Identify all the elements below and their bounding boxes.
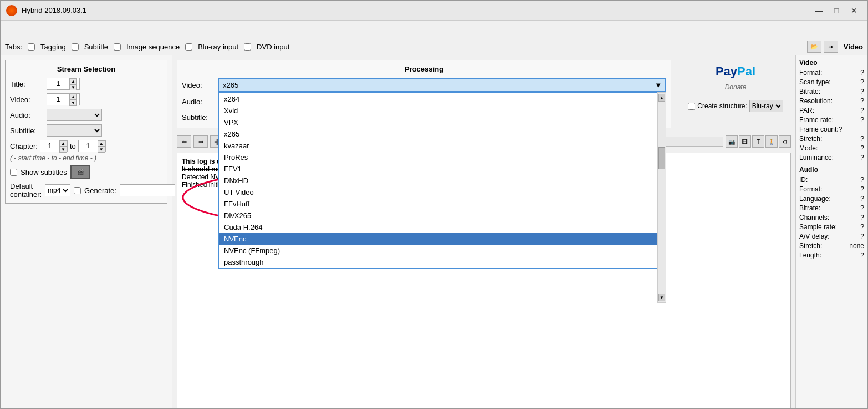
dvd-input-checkbox[interactable] xyxy=(244,43,251,51)
arrow-back-icon[interactable]: ⇐ xyxy=(177,135,191,148)
rp-avdelay-label: A/V delay: xyxy=(799,233,830,240)
close-button[interactable]: ✕ xyxy=(846,4,862,17)
chapter-to-input[interactable] xyxy=(79,140,98,152)
generate-input[interactable] xyxy=(120,184,175,196)
bluray-input-checkbox[interactable] xyxy=(185,43,192,51)
title-label: Title: xyxy=(10,80,43,88)
film-strip-icon[interactable]: 🎞 xyxy=(739,135,751,148)
rp-channels-value: ? xyxy=(860,214,864,221)
image-seq-checkbox[interactable] xyxy=(114,43,121,51)
film-icon: 🎬 xyxy=(70,165,90,179)
arrow-fwd-icon[interactable]: ⇒ xyxy=(193,135,208,148)
rp-samplerate-label: Sample rate: xyxy=(799,223,837,231)
subtitle-combo[interactable] xyxy=(47,124,102,137)
scroll-up-btn[interactable]: ▲ xyxy=(658,94,665,102)
paypal-donate-text: Donate xyxy=(725,83,747,91)
proc-audio-label: Audio: xyxy=(182,98,215,106)
tabs-checkbox[interactable] xyxy=(28,43,35,51)
time-range-text: ( - start time - to - end time - ) xyxy=(10,154,162,162)
rp-astretch-value: none xyxy=(849,242,864,250)
dropdown-dnxhd[interactable]: DNxHD xyxy=(219,175,665,186)
dropdown-kvazaar[interactable]: kvazaar xyxy=(219,140,665,152)
dropdown-scrollbar[interactable]: ▲ ▼ xyxy=(657,92,666,303)
snapshot-icon[interactable]: 📷 xyxy=(726,135,738,148)
figure-icon[interactable]: 🚶 xyxy=(765,135,778,148)
rp-avdelay-value: ? xyxy=(860,233,864,240)
rp-channels-label: Channels: xyxy=(799,214,829,221)
audio-combo[interactable] xyxy=(47,109,102,121)
dropdown-utvideo[interactable]: UT Video xyxy=(219,186,665,198)
minimize-button[interactable]: — xyxy=(811,4,826,17)
dropdown-x264[interactable]: x264 xyxy=(219,93,665,105)
chapter-from-down[interactable]: ▼ xyxy=(59,147,67,153)
dropdown-passthrough[interactable]: passthrough xyxy=(219,256,665,268)
dropdown-prores[interactable]: ProRes xyxy=(219,152,665,163)
dropdown-vpx[interactable]: VPX xyxy=(219,117,665,128)
dropdown-nvenc-selected[interactable]: NVEnc xyxy=(219,233,665,245)
generate-checkbox[interactable] xyxy=(74,187,81,194)
video-spinbox-input[interactable] xyxy=(47,94,69,105)
create-structure-checkbox[interactable] xyxy=(688,103,695,110)
rp-length-label: Length: xyxy=(799,251,821,259)
video-dropdown-arrow: ▼ xyxy=(655,81,662,89)
video-stream-label: Video: xyxy=(10,95,43,104)
chapter-to-down[interactable]: ▼ xyxy=(98,147,105,153)
dropdown-cudah264[interactable]: Cuda H.264 xyxy=(219,221,665,233)
title-bar-left: Hybrid 2018.09.03.1 xyxy=(6,5,86,16)
chapter-to-up[interactable]: ▲ xyxy=(98,140,105,147)
scroll-thumb[interactable] xyxy=(658,147,665,169)
show-subtitles-checkbox[interactable] xyxy=(10,169,17,176)
dropdown-nvenc-ffmpeg[interactable]: NVEnc (FFmpeg) xyxy=(219,245,665,256)
app-icon xyxy=(6,5,17,16)
rp-luminance-label: Luminance: xyxy=(799,154,834,161)
title-spinbox-input[interactable] xyxy=(47,78,69,89)
folder-open-icon[interactable]: 📂 xyxy=(807,41,821,53)
chapter-from-up[interactable]: ▲ xyxy=(59,140,67,147)
show-subtitles-label: Show subtitles xyxy=(21,168,67,176)
title-icon[interactable]: T xyxy=(752,135,764,148)
dropdown-xvid[interactable]: Xvid xyxy=(219,105,665,117)
dropdown-ffvhuff[interactable]: FFvHuff xyxy=(219,198,665,210)
rp-mode-value: ? xyxy=(860,144,864,152)
dropdown-ffv1[interactable]: FFV1 xyxy=(219,163,665,175)
proc-subtitle-label: Subtitle: xyxy=(182,113,215,122)
window-title: Hybrid 2018.09.03.1 xyxy=(22,6,86,14)
container-label: Default container: xyxy=(10,182,42,199)
processing-title: Processing xyxy=(182,65,666,73)
arrow-right-icon[interactable]: ➜ xyxy=(824,41,838,53)
scroll-down-btn[interactable]: ▼ xyxy=(658,294,665,301)
container-select[interactable]: mp4 xyxy=(45,184,70,196)
create-structure-select[interactable]: Blu-ray xyxy=(749,100,783,112)
rp-framerate-label: Frame rate: xyxy=(799,116,834,124)
paypal-logo: PayPal xyxy=(716,64,755,79)
settings-icon[interactable]: ⚙ xyxy=(779,135,791,148)
bottom-icons: 📷 🎞 T 🚶 ⚙ xyxy=(726,135,791,148)
bluray-input-label: Blu-ray input xyxy=(198,43,238,51)
rp-audio-section: Audio xyxy=(799,166,864,174)
dropdown-x265-2[interactable]: x265 xyxy=(219,128,665,140)
maximize-button[interactable]: □ xyxy=(829,4,844,17)
dropdown-divx265[interactable]: DivX265 xyxy=(219,210,665,221)
video-spin-up[interactable]: ▲ xyxy=(69,94,77,100)
tagging-checkbox[interactable] xyxy=(72,43,79,51)
chapter-label: Chapter: xyxy=(10,142,38,150)
rp-bitrate-label: Bitrate: xyxy=(799,88,820,95)
title-spin-down[interactable]: ▼ xyxy=(69,84,77,90)
tabs-label: Tabs: xyxy=(5,43,22,51)
video-selected-text: x265 xyxy=(223,81,655,89)
proc-video-label: Video: xyxy=(182,81,215,89)
title-spin-up[interactable]: ▲ xyxy=(69,78,77,84)
rp-scan-value: ? xyxy=(860,78,864,86)
subtitle-top-label: Subtitle xyxy=(84,43,108,51)
chapter-from-input[interactable] xyxy=(40,140,59,152)
rp-id-label: ID: xyxy=(799,176,808,184)
rp-resolution-value: ? xyxy=(860,97,864,105)
rp-framerate-value: ? xyxy=(860,116,864,124)
rp-video-section: Video xyxy=(799,59,864,67)
video-dropdown-selected[interactable]: x265 ▼ xyxy=(218,78,666,92)
dvd-input-label: DVD input xyxy=(257,43,289,51)
rp-resolution-label: Resolution: xyxy=(799,97,833,105)
video-spin-down[interactable]: ▼ xyxy=(69,100,77,106)
video-dropdown-list[interactable]: x264 Xvid VPX x265 kvazaar ProRes FFV1 D… xyxy=(218,92,666,269)
generate-label: Generate: xyxy=(84,186,116,195)
